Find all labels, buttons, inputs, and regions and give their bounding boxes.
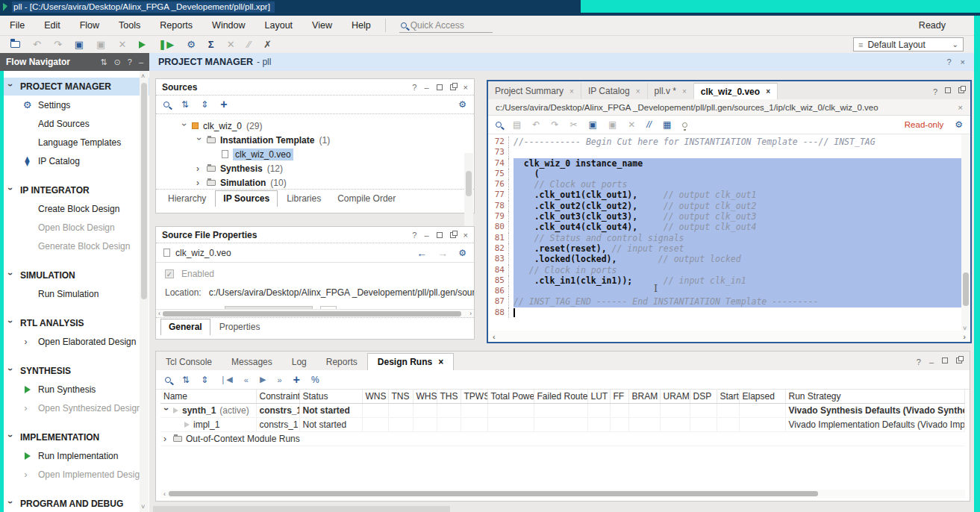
copy-icon[interactable]: ▣	[589, 119, 597, 130]
col-elapsed[interactable]: Elapsed	[739, 390, 785, 404]
menu-reports[interactable]: Reports	[150, 20, 202, 31]
minimize-icon[interactable]: ‒	[929, 358, 934, 366]
help-icon[interactable]: ?	[946, 57, 951, 66]
scrollbar-thumb[interactable]	[141, 83, 147, 299]
flownav-section-synthesis[interactable]: › SYNTHESIS	[0, 362, 149, 380]
minimize-icon[interactable]: ‒	[424, 83, 428, 92]
col-tpws[interactable]: TPWS	[461, 390, 487, 404]
tab-ip-sources[interactable]: IP Sources	[215, 190, 278, 207]
scroll-left-icon[interactable]: ‹	[160, 490, 169, 498]
maximize-icon[interactable]	[942, 358, 948, 363]
sources-scrollbar[interactable]	[464, 153, 473, 231]
flownav-item-generate-block-design[interactable]: Generate Block Design	[0, 237, 149, 255]
minimize-icon[interactable]: ‒	[424, 231, 428, 240]
col-bram[interactable]: BRAM	[628, 390, 660, 404]
scroll-down-icon[interactable]: ˅	[141, 503, 145, 511]
tree-row-simulation[interactable]: › Simulation (10)	[156, 175, 474, 190]
tab-properties[interactable]: Properties	[212, 319, 268, 335]
sfp-horizontal-scrollbar[interactable]: ‹ ›	[156, 309, 474, 317]
layout-selector[interactable]: ≡ Default Layout ⌄	[853, 37, 964, 51]
flownav-section-ip-integrator[interactable]: › IP INTEGRATOR	[0, 181, 149, 199]
col-lut[interactable]: LUT	[587, 390, 610, 404]
help-icon[interactable]: ?	[128, 57, 132, 67]
col-ff[interactable]: FF	[610, 390, 628, 404]
col-run-strategy[interactable]: Run Strategy	[785, 390, 965, 404]
flownav-item-run-synthesis[interactable]: Run Synthesis	[0, 380, 149, 399]
chevron-right-icon[interactable]: ›	[196, 163, 202, 174]
search-icon[interactable]	[165, 377, 171, 383]
close-icon[interactable]: ×	[636, 87, 640, 96]
sum-sigma-icon[interactable]: Σ	[208, 40, 214, 49]
flownav-item-open-synthesized-design[interactable]: › Open Synthesized Design	[0, 399, 149, 417]
col-total-power[interactable]: Total Power	[487, 390, 534, 404]
menu-tools[interactable]: Tools	[109, 20, 150, 31]
pin-icon[interactable]: ⊙	[114, 57, 121, 67]
maximize-icon[interactable]	[437, 84, 443, 90]
col-name[interactable]: Name	[160, 390, 256, 404]
step-back-icon[interactable]: «	[244, 375, 249, 384]
col-whs[interactable]: WHS	[413, 390, 437, 404]
gear-icon[interactable]: ⚙	[955, 119, 963, 130]
comment-slash-icon[interactable]: ⁄⁄	[248, 40, 251, 49]
chevron-down-icon[interactable]: ›	[194, 137, 205, 143]
collapse-all-icon[interactable]: ⇅	[182, 375, 190, 385]
col-wns[interactable]: WNS	[362, 390, 388, 404]
tree-row-clk-wiz-0[interactable]: › clk_wiz_0 (29)	[156, 119, 474, 133]
col-start[interactable]: Start	[717, 390, 739, 404]
flownav-item-open-implemented-design[interactable]: › Open Implemented Design	[0, 465, 149, 484]
chevron-right-icon[interactable]: ›	[196, 178, 202, 188]
float-icon[interactable]	[450, 232, 456, 238]
tab-libraries[interactable]: Libraries	[279, 191, 328, 207]
col-status[interactable]: Status	[299, 390, 362, 404]
tab-tcl-console[interactable]: Tcl Console	[156, 353, 222, 370]
minimize-icon[interactable]: ‒	[139, 57, 143, 67]
editor-horizontal-scrollbar[interactable]: ‹ ›	[488, 331, 970, 342]
scrollbar-thumb[interactable]	[163, 311, 461, 316]
help-icon[interactable]: ?	[412, 83, 416, 92]
cancel-icon[interactable]: ✕	[227, 40, 235, 49]
save-icon[interactable]: ▤	[513, 119, 521, 130]
float-icon[interactable]	[958, 87, 964, 93]
scrollbar-thumb[interactable]	[466, 171, 472, 196]
close-icon[interactable]: ×	[464, 231, 468, 240]
percent-icon[interactable]: %	[311, 375, 319, 385]
chevron-down-icon[interactable]: ›	[179, 123, 190, 129]
paste-icon[interactable]: ▣	[96, 40, 105, 49]
close-icon[interactable]: ×	[682, 87, 687, 96]
search-icon[interactable]	[163, 102, 169, 107]
flownav-item-run-implementation[interactable]: Run Implementation	[0, 446, 149, 465]
settings-gear-icon[interactable]: ⚙	[187, 40, 196, 49]
close-icon[interactable]: ×	[961, 57, 965, 66]
tab-compile-order[interactable]: Compile Order	[330, 191, 403, 207]
collapse-all-icon[interactable]: ⇅	[181, 99, 189, 110]
tab-design-runs[interactable]: Design Runs ×	[367, 353, 454, 370]
toggle-comment-icon[interactable]: //	[646, 119, 652, 130]
scrollbar-thumb[interactable]	[963, 272, 969, 306]
flownav-section-project-manager[interactable]: › PROJECT MANAGER	[0, 78, 149, 96]
close-icon[interactable]: ×	[958, 103, 963, 112]
tree-row-instantiation-template[interactable]: › Instantiation Template (1)	[156, 133, 474, 147]
flownav-section-simulation[interactable]: › SIMULATION	[0, 266, 149, 284]
flownav-section-program-and-debug[interactable]: › PROGRAM AND DEBUG	[0, 495, 149, 512]
scroll-up-icon[interactable]: ˄	[141, 72, 145, 80]
back-arrow-icon[interactable]: ←	[416, 247, 427, 259]
tab-clk-wiz-0-veo[interactable]: clk_wiz_0.veo ×	[694, 83, 778, 99]
design-runs-horizontal-scrollbar[interactable]: ‹	[160, 490, 965, 498]
close-icon[interactable]: ×	[569, 87, 574, 96]
run-icon[interactable]: ▶	[260, 375, 266, 384]
tab-ip-catalog[interactable]: IP Catalog ×	[581, 83, 648, 99]
open-folder-icon[interactable]	[10, 41, 20, 48]
float-icon[interactable]	[956, 358, 962, 363]
table-row-impl-1[interactable]: impl_1 constrs_1 Not started Vivado Impl…	[160, 418, 965, 432]
tab-general[interactable]: General	[160, 319, 210, 335]
flownav-item-settings[interactable]: ⚙ Settings	[0, 96, 149, 114]
col-tns[interactable]: TNS	[388, 390, 413, 404]
chevron-down-icon[interactable]: ›	[161, 408, 172, 413]
step-forward-icon[interactable]: »	[277, 375, 281, 384]
chevron-right-icon[interactable]: ›	[163, 434, 169, 444]
run-button-icon[interactable]	[139, 41, 146, 49]
indent-icon[interactable]: ▦	[663, 119, 671, 130]
menu-layout[interactable]: Layout	[255, 20, 303, 31]
tab-project-summary[interactable]: Project Summary ×	[488, 83, 581, 99]
redo-icon[interactable]: ↷	[551, 119, 558, 130]
